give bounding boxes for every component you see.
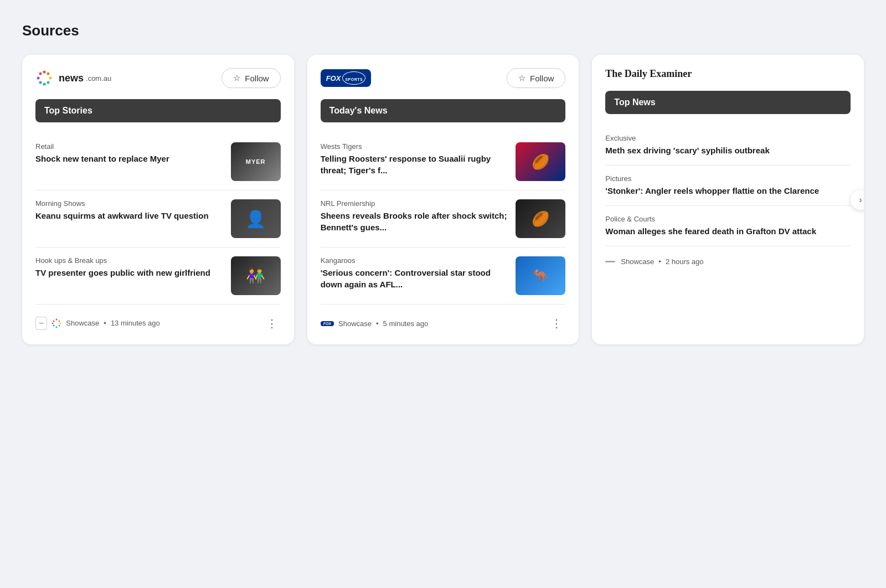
news-text: NRL Premiership Sheens reveals Brooks ro… [321, 199, 509, 233]
news-item[interactable]: NRL Premiership Sheens reveals Brooks ro… [321, 190, 566, 247]
svg-point-11 [59, 324, 60, 326]
svg-point-13 [53, 324, 55, 326]
more-options-button[interactable]: ⋮ [548, 316, 565, 331]
svg-point-15 [53, 320, 55, 322]
news-headline: Sheens reveals Brooks role after shock s… [321, 210, 509, 233]
thumb-label: MYER [246, 158, 266, 165]
follow-button-fox[interactable]: ☆ Follow [507, 68, 565, 88]
svg-point-8 [56, 318, 58, 320]
news-category: Kangaroos [321, 256, 509, 265]
more-options-button[interactable]: ⋮ [263, 316, 281, 331]
follow-label: Follow [530, 74, 554, 83]
footer-dot: • [658, 257, 661, 266]
svg-point-10 [60, 322, 61, 324]
footer-time: 13 minutes ago [111, 319, 160, 327]
news-thumbnail: 🏉 [516, 199, 565, 238]
news-item[interactable]: Morning Shows Keanu squirms at awkward l… [35, 190, 281, 247]
showcase-dash-icon [605, 261, 615, 262]
card-footer: FOX Showcase • 5 minutes ago ⋮ [321, 313, 566, 331]
footer-fox-logo: FOX [323, 322, 331, 326]
svg-point-9 [59, 320, 60, 322]
news-thumbnail: MYER [231, 142, 281, 181]
news-item[interactable]: Pictures 'Stonker': Angler reels whopper… [605, 166, 851, 206]
news-item[interactable]: Retail Shock new tenant to replace Myer … [35, 133, 281, 190]
news-category: Pictures [605, 174, 851, 183]
footer-dot: • [104, 319, 106, 327]
footer-dot: • [376, 319, 379, 328]
news-text: Hook ups & Break ups TV presenter goes p… [35, 256, 224, 278]
footer-logo-dots [51, 318, 61, 328]
next-arrow-button[interactable]: › [851, 190, 864, 210]
news-headline: 'Serious concern': Controversial star st… [321, 267, 509, 290]
news-text: Retail Shock new tenant to replace Myer [35, 142, 224, 164]
news-item[interactable]: Kangaroos 'Serious concern': Controversi… [321, 247, 566, 305]
news-text: Police & Courts Woman alleges she feared… [605, 215, 851, 237]
svg-point-7 [39, 73, 42, 75]
news-item[interactable]: Exclusive Meth sex driving 'scary' syphi… [605, 125, 851, 166]
news-text: Wests Tigers Telling Roosters' response … [321, 142, 509, 176]
news-category: Police & Courts [605, 215, 851, 223]
news-category: Morning Shows [35, 199, 224, 208]
card-footer: − Showcase • 13 minutes ago ⋮ [35, 313, 281, 331]
section-bar-fox: Today's News [321, 99, 566, 122]
svg-point-3 [47, 81, 50, 84]
source-card-fox: FOX SPORTS ☆ Follow Today's News Wests T… [307, 55, 579, 344]
news-category: Wests Tigers [321, 142, 509, 151]
thumb-icon: 🏉 [532, 210, 549, 228]
news-item[interactable]: Police & Courts Woman alleges she feared… [605, 206, 851, 246]
daily-examiner-logo-text: The Daily Examiner [605, 68, 692, 80]
news-text: Pictures 'Stonker': Angler reels whopper… [605, 174, 851, 197]
footer-time: 2 hours ago [666, 257, 704, 266]
svg-point-4 [43, 83, 46, 86]
card-header: FOX SPORTS ☆ Follow [321, 68, 566, 88]
news-headline: 'Stonker': Angler reels whopper flattie … [605, 185, 851, 197]
footer-time: 5 minutes ago [383, 319, 429, 328]
source-logo-fox: FOX SPORTS [321, 69, 372, 87]
news-thumbnail: 🦘 [516, 256, 565, 295]
news-headline: Meth sex driving 'scary' syphilis outbre… [605, 145, 851, 156]
thumb-icon: 👤 [245, 209, 266, 229]
minus-icon[interactable]: − [35, 317, 47, 330]
news-headline: Telling Roosters' response to Suaalii ru… [321, 153, 509, 176]
follow-label: Follow [245, 74, 269, 83]
svg-point-14 [52, 322, 54, 324]
source-card-daily-examiner: The Daily Examiner Top News Exclusive Me… [592, 55, 864, 344]
news-domain: .com.au [86, 74, 111, 82]
svg-point-5 [39, 81, 42, 84]
news-text: Morning Shows Keanu squirms at awkward l… [35, 199, 224, 221]
section-bar-news: Top Stories [35, 99, 281, 122]
svg-point-12 [56, 326, 58, 328]
thumb-icon: 🏉 [532, 153, 549, 171]
news-thumbnail: 👫 [231, 256, 281, 295]
card-header: The Daily Examiner [605, 68, 851, 80]
svg-point-6 [37, 77, 40, 80]
news-thumbnail: 🏉 [516, 142, 565, 181]
thumb-icon: 👫 [246, 267, 265, 285]
news-item[interactable]: Hook ups & Break ups TV presenter goes p… [35, 247, 281, 305]
news-headline: Shock new tenant to replace Myer [35, 153, 224, 164]
fox-logo-icon: FOX [326, 74, 341, 82]
news-category: Exclusive [605, 134, 851, 142]
star-icon: ☆ [518, 73, 526, 83]
source-logo-daily-examiner: The Daily Examiner [605, 68, 692, 80]
card-header: news .com.au ☆ Follow [35, 68, 281, 88]
source-card-news: news .com.au ☆ Follow Top Stories Retail… [22, 55, 294, 344]
svg-point-1 [47, 73, 50, 75]
star-icon: ☆ [233, 73, 240, 83]
sports-label: SPORTS [345, 78, 363, 81]
news-headline: TV presenter goes public with new girlfr… [35, 267, 224, 278]
news-text: Kangaroos 'Serious concern': Controversi… [321, 256, 509, 290]
footer-source: Showcase [338, 319, 372, 328]
news-item[interactable]: Wests Tigers Telling Roosters' response … [321, 133, 566, 190]
follow-button-news[interactable]: ☆ Follow [222, 68, 280, 88]
news-dots-icon [35, 69, 53, 87]
footer-source: Showcase [66, 319, 99, 327]
news-brand: news [59, 73, 84, 84]
news-thumbnail: 👤 [231, 199, 281, 238]
section-bar-examiner: Top News [605, 91, 851, 114]
news-text: Exclusive Meth sex driving 'scary' syphi… [605, 134, 851, 156]
footer-info: FOX Showcase • 5 minutes ago [321, 319, 429, 328]
card-footer: Showcase • 2 hours ago [605, 255, 851, 266]
svg-point-2 [49, 77, 52, 80]
news-headline: Keanu squirms at awkward live TV questio… [35, 210, 224, 221]
